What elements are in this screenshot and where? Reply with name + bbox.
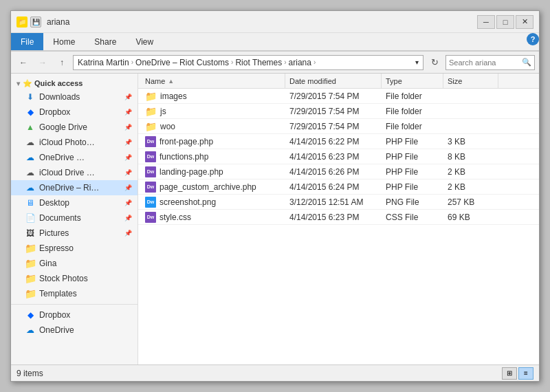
sidebar-item-onedrive[interactable]: ☁ OneDrive … 📌	[11, 150, 138, 165]
file-name: js	[160, 107, 166, 116]
sidebar-item-gina[interactable]: 📁 Gina	[11, 256, 138, 271]
sidebar-item-icloud-drive[interactable]: ☁ iCloud Drive … 📌	[11, 165, 138, 180]
title-bar: 📁 💾 ariana ─ □ ✕	[11, 11, 539, 33]
help-button[interactable]: ?	[527, 33, 539, 45]
back-button[interactable]: ←	[15, 55, 32, 70]
sidebar-item-icloud-photos[interactable]: ☁ iCloud Photo… 📌	[11, 135, 138, 150]
table-row[interactable]: Dw landing-page.php 4/14/2015 6:26 PM PH…	[138, 164, 539, 179]
sidebar-item-downloads[interactable]: ⬇ Downloads 📌	[11, 89, 138, 105]
file-type-cell: PHP File	[382, 137, 443, 146]
pin-icon: 📌	[124, 230, 132, 237]
tab-share[interactable]: Share	[85, 33, 126, 50]
pin-icon: 📌	[124, 94, 132, 100]
ribbon-tabs: File Home Share View ?	[11, 33, 539, 51]
sidebar-item-onedrive-ri[interactable]: ☁ OneDrive – Ri… 📌	[11, 180, 138, 195]
file-date-cell: 4/14/2015 6:22 PM	[285, 137, 382, 146]
address-path[interactable]: Katrina Martin › OneDrive – Riot Customs…	[73, 55, 424, 70]
items-count: 9 items	[16, 369, 43, 378]
pin-icon: 📌	[124, 199, 132, 206]
sidebar-item-label: Templates	[39, 289, 77, 298]
close-button[interactable]: ✕	[516, 15, 534, 29]
file-type-cell: PHP File	[382, 182, 443, 192]
dropbox-icon: ◆	[25, 107, 36, 118]
table-row[interactable]: Dw page_custom_archive.php 4/14/2015 6:2…	[138, 179, 539, 195]
file-date-cell: 7/29/2015 7:54 PM	[285, 107, 382, 116]
pin-icon: 📌	[124, 215, 132, 221]
sidebar-item-desktop[interactable]: 🖥 Desktop 📌	[11, 195, 138, 210]
table-row[interactable]: 📁 js 7/29/2015 7:54 PM File folder	[138, 104, 539, 119]
table-row[interactable]: Dw screenshot.png 3/12/2015 12:51 AM PNG…	[138, 195, 539, 210]
sidebar-item-label: Dropbox	[39, 107, 70, 117]
col-header-size[interactable]: Size	[443, 74, 498, 88]
file-name: images	[160, 91, 187, 101]
sidebar-item-onedrive2[interactable]: ☁ OneDrive	[11, 323, 138, 338]
maximize-button[interactable]: □	[496, 15, 514, 29]
file-date-cell: 7/29/2015 7:54 PM	[285, 91, 382, 101]
breadcrumb-item: Katrina Martin	[78, 58, 129, 67]
sidebar-item-label: OneDrive	[39, 325, 74, 335]
sidebar-item-stock-photos[interactable]: 📁 Stock Photos	[11, 271, 138, 286]
minimize-button[interactable]: ─	[477, 15, 495, 29]
view-details-button[interactable]: ≡	[518, 367, 534, 380]
sidebar-item-label: Espresso	[39, 243, 74, 253]
file-name-cell: 📁 js	[141, 106, 285, 117]
sidebar-item-label: Dropbox	[39, 310, 70, 320]
table-row[interactable]: 📁 images 7/29/2015 7:54 PM File folder	[138, 89, 539, 104]
col-header-type[interactable]: Type	[382, 74, 443, 88]
file-type-cell: File folder	[382, 91, 443, 101]
file-size-cell: 257 KB	[443, 197, 498, 207]
onedrive2-icon: ☁	[25, 325, 36, 336]
file-name: screenshot.png	[160, 197, 216, 207]
folder-icon: 📁	[25, 258, 36, 269]
sidebar-item-dropbox[interactable]: ◆ Dropbox 📌	[11, 105, 138, 120]
search-input[interactable]	[449, 58, 520, 67]
sidebar-item-label: iCloud Drive …	[39, 168, 95, 177]
table-row[interactable]: Dw functions.php 4/14/2015 6:23 PM PHP F…	[138, 149, 539, 164]
tab-view[interactable]: View	[126, 33, 163, 50]
dropdown-arrow-icon[interactable]: ▾	[415, 58, 419, 66]
onedrive-ri-icon: ☁	[25, 182, 36, 193]
sidebar-item-documents[interactable]: 📄 Documents 📌	[11, 210, 138, 226]
file-name: page_custom_archive.php	[160, 182, 256, 192]
table-row[interactable]: Dw style.css 4/14/2015 6:23 PM CSS File …	[138, 210, 539, 225]
refresh-button[interactable]: ↻	[426, 55, 443, 70]
sidebar-item-espresso[interactable]: 📁 Espresso	[11, 241, 138, 256]
php-icon: Dw	[145, 136, 156, 147]
breadcrumb-item: Riot Themes	[235, 58, 282, 67]
file-name-cell: Dw page_custom_archive.php	[141, 182, 285, 193]
sidebar-item-templates[interactable]: 📁 Templates	[11, 286, 138, 301]
file-type-cell: PNG File	[382, 197, 443, 207]
file-name-cell: Dw functions.php	[141, 151, 285, 162]
desktop-icon: 🖥	[25, 197, 36, 208]
tab-file[interactable]: File	[11, 33, 43, 50]
download-icon: ⬇	[25, 91, 36, 102]
col-header-name[interactable]: Name ▲	[141, 74, 285, 88]
col-header-date[interactable]: Date modified	[285, 74, 382, 88]
window-title: ariana	[47, 17, 477, 27]
search-icon: 🔍	[522, 58, 531, 67]
tab-home[interactable]: Home	[43, 33, 85, 50]
sidebar-item-google-drive[interactable]: ▲ Google Drive 📌	[11, 120, 138, 135]
quick-access-label: ⭐ Quick access	[23, 79, 82, 88]
view-tiles-button[interactable]: ⊞	[502, 367, 517, 380]
sidebar-item-pictures[interactable]: 🖼 Pictures 📌	[11, 226, 138, 241]
sidebar-item-dropbox2[interactable]: ◆ Dropbox	[11, 307, 138, 323]
pin-icon: 📌	[124, 124, 132, 131]
file-date-cell: 4/14/2015 6:26 PM	[285, 167, 382, 177]
pin-icon: 📌	[124, 184, 132, 191]
file-name: woo	[160, 122, 175, 131]
sidebar-item-label: Gina	[39, 259, 56, 268]
breadcrumb-chevron: ›	[314, 58, 316, 66]
forward-button[interactable]: →	[34, 55, 51, 70]
table-row[interactable]: Dw front-page.php 4/14/2015 6:22 PM PHP …	[138, 134, 539, 149]
table-row[interactable]: 📁 woo 7/29/2015 7:54 PM File folder	[138, 119, 539, 134]
file-name: style.css	[160, 213, 191, 222]
up-button[interactable]: ↑	[54, 55, 70, 70]
php-icon: Dw	[145, 182, 156, 193]
file-type-cell: File folder	[382, 107, 443, 116]
file-date-cell: 7/29/2015 7:54 PM	[285, 122, 382, 131]
sidebar-item-label: Downloads	[39, 92, 80, 102]
file-name: landing-page.php	[160, 167, 223, 177]
php-icon: Dw	[145, 151, 156, 162]
icloud-icon: ☁	[25, 137, 36, 148]
